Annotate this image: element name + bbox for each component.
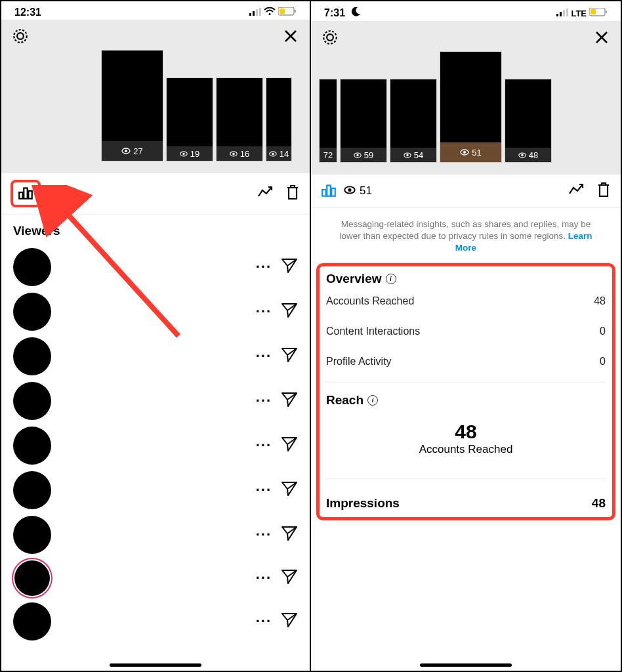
eye-icon bbox=[354, 152, 362, 158]
more-icon[interactable]: ··· bbox=[256, 613, 272, 630]
close-icon[interactable] bbox=[281, 26, 301, 46]
delete-icon[interactable] bbox=[285, 184, 301, 203]
viewer-row[interactable]: ··· bbox=[13, 245, 298, 289]
metric-impressions[interactable]: Impressions 48 bbox=[326, 484, 606, 514]
svg-rect-0 bbox=[249, 13, 251, 16]
svg-rect-38 bbox=[566, 9, 568, 16]
viewer-row[interactable]: ··· bbox=[13, 557, 298, 599]
svg-rect-35 bbox=[556, 14, 558, 16]
insights-panel-highlight: Overview i Accounts Reached 48 Content I… bbox=[316, 263, 615, 520]
reach-heading: Reach i bbox=[326, 393, 606, 408]
promote-icon[interactable] bbox=[568, 182, 585, 200]
send-icon[interactable] bbox=[281, 347, 298, 366]
stories-strip[interactable]: 72 59 54 51 48 bbox=[311, 47, 621, 175]
svg-point-42 bbox=[323, 31, 337, 44]
svg-point-9 bbox=[17, 33, 24, 39]
clock: 12:31 bbox=[14, 7, 41, 18]
reach-summary: 48 Accounts Reached bbox=[326, 408, 606, 459]
settings-icon[interactable] bbox=[320, 28, 340, 47]
svg-point-19 bbox=[272, 152, 274, 154]
metric-profile-activity[interactable]: Profile Activity 0 bbox=[326, 346, 606, 377]
insights-privacy-note: Messaging-related insights, such as shar… bbox=[311, 208, 621, 263]
svg-point-4 bbox=[268, 13, 270, 15]
more-icon[interactable]: ··· bbox=[256, 437, 272, 454]
viewer-row[interactable]: ··· bbox=[13, 379, 298, 423]
metric-accounts-reached[interactable]: Accounts Reached 48 bbox=[326, 286, 606, 316]
viewers-list: Viewers ··························· bbox=[1, 215, 310, 671]
insights-chart-icon[interactable] bbox=[320, 181, 337, 201]
story-thumbnail[interactable]: 14 bbox=[266, 77, 292, 161]
send-icon[interactable] bbox=[281, 569, 298, 587]
svg-point-47 bbox=[356, 154, 358, 156]
story-thumbnail[interactable]: 54 bbox=[390, 79, 437, 163]
metric-content-interactions[interactable]: Content Interactions 0 bbox=[326, 316, 606, 346]
story-thumbnail[interactable]: 27 bbox=[101, 50, 163, 161]
settings-icon[interactable] bbox=[10, 26, 30, 46]
svg-rect-21 bbox=[24, 188, 27, 199]
svg-point-58 bbox=[348, 188, 351, 192]
more-icon[interactable]: ··· bbox=[256, 259, 272, 276]
viewer-row[interactable]: ··· bbox=[13, 599, 298, 644]
viewer-row[interactable]: ··· bbox=[13, 513, 298, 557]
eye-icon bbox=[404, 152, 411, 158]
story-thumbnail[interactable]: 59 bbox=[340, 79, 387, 163]
viewers-tab[interactable]: 27 bbox=[47, 186, 75, 201]
send-icon[interactable] bbox=[281, 436, 298, 455]
svg-point-53 bbox=[521, 154, 523, 156]
delete-icon[interactable] bbox=[596, 181, 612, 201]
send-icon[interactable] bbox=[281, 258, 298, 276]
more-icon[interactable]: ··· bbox=[256, 392, 272, 410]
eye-icon bbox=[121, 148, 131, 154]
send-icon[interactable] bbox=[281, 526, 298, 544]
send-icon[interactable] bbox=[281, 481, 298, 499]
svg-rect-22 bbox=[28, 191, 31, 199]
viewer-row[interactable]: ··· bbox=[13, 334, 298, 379]
eye-icon bbox=[230, 151, 238, 157]
avatar[interactable] bbox=[13, 516, 51, 554]
avatar[interactable] bbox=[13, 427, 51, 465]
info-icon[interactable]: i bbox=[386, 274, 396, 284]
avatar[interactable] bbox=[13, 293, 51, 331]
viewer-row[interactable]: ··· bbox=[13, 468, 298, 513]
svg-point-51 bbox=[463, 151, 466, 154]
story-thumbnail[interactable]: 16 bbox=[216, 77, 263, 161]
avatar[interactable] bbox=[13, 382, 51, 420]
story-thumbnail[interactable]: 19 bbox=[166, 77, 213, 161]
send-icon[interactable] bbox=[281, 612, 298, 631]
stories-strip[interactable]: 27 19 16 14 bbox=[100, 46, 310, 173]
viewer-row[interactable]: ··· bbox=[13, 289, 298, 334]
send-icon[interactable] bbox=[281, 303, 298, 321]
eye-icon bbox=[344, 185, 356, 197]
avatar[interactable] bbox=[14, 560, 50, 596]
svg-point-17 bbox=[232, 152, 234, 154]
info-icon[interactable]: i bbox=[367, 395, 378, 406]
more-icon[interactable]: ··· bbox=[256, 482, 272, 499]
story-thumbnail[interactable]: 48 bbox=[505, 79, 552, 163]
more-icon[interactable]: ··· bbox=[256, 303, 272, 320]
close-icon[interactable] bbox=[592, 28, 612, 47]
svg-rect-36 bbox=[560, 12, 562, 16]
stories-header: 27 19 16 14 bbox=[1, 20, 310, 173]
viewer-row[interactable]: ··· bbox=[13, 423, 298, 468]
viewers-heading: Viewers bbox=[13, 224, 298, 238]
avatar[interactable] bbox=[13, 337, 51, 375]
insights-action-row: 27 bbox=[1, 173, 310, 215]
avatar[interactable] bbox=[13, 248, 51, 286]
viewers-tab[interactable]: 51 bbox=[344, 184, 372, 198]
svg-point-13 bbox=[125, 150, 127, 152]
more-icon[interactable]: ··· bbox=[256, 348, 272, 365]
more-icon[interactable]: ··· bbox=[256, 526, 272, 543]
send-icon[interactable] bbox=[281, 392, 298, 410]
battery-icon bbox=[278, 7, 297, 18]
eye-icon bbox=[518, 152, 526, 158]
promote-icon[interactable] bbox=[257, 185, 274, 202]
insights-chart-icon[interactable] bbox=[17, 184, 34, 203]
story-thumbnail[interactable]: 51 bbox=[440, 51, 502, 163]
avatar[interactable] bbox=[13, 602, 51, 640]
svg-point-15 bbox=[182, 152, 184, 154]
avatar[interactable] bbox=[13, 471, 51, 509]
moon-icon bbox=[350, 7, 361, 20]
story-thumbnail[interactable]: 72 bbox=[319, 79, 337, 163]
battery-icon bbox=[589, 7, 608, 19]
more-icon[interactable]: ··· bbox=[256, 570, 272, 587]
